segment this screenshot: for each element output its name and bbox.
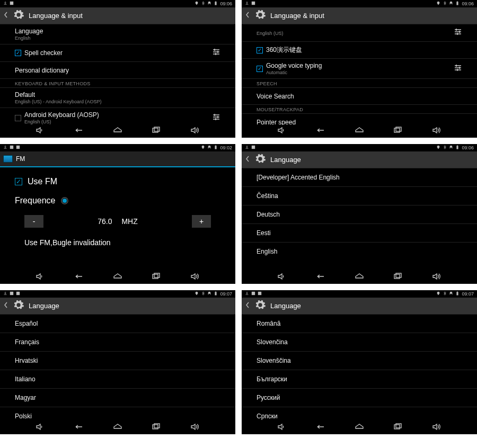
language-value: English [15,35,220,41]
back-icon[interactable] [245,155,250,164]
demo-keyboard-row[interactable]: 360演示键盘 [242,42,477,59]
battery-icon [455,291,460,297]
use-fm-row[interactable]: Use FM [15,177,220,186]
volume-up-icon[interactable] [190,127,200,136]
volume-down-icon[interactable] [35,127,46,136]
language-list: Español Français Hrvatski Italiano Magya… [0,315,235,422]
list-item[interactable]: Српски [242,407,477,422]
back-icon[interactable] [245,301,250,310]
back-nav-icon[interactable] [315,423,326,433]
demo-keyboard-checkbox[interactable] [257,47,263,53]
recent-nav-icon[interactable] [393,127,403,136]
pointer-speed-row[interactable]: Pointer speed [242,114,477,125]
spell-checker-row[interactable]: Spell checker [0,44,235,62]
use-fm-checkbox[interactable] [15,178,22,185]
back-icon[interactable] [3,301,8,310]
frequence-radio[interactable] [61,197,68,204]
language-row[interactable]: LanguageEnglish [0,24,235,44]
volume-down-icon[interactable] [277,423,287,433]
language-list: Română Slovenčina Slovenščina Български … [242,315,477,422]
sliders-icon[interactable] [454,64,462,74]
freq-plus-button[interactable]: + [192,215,211,228]
back-nav-icon[interactable] [315,127,326,136]
recent-nav-icon[interactable] [151,273,162,282]
list-item[interactable]: Hrvatski [0,352,235,370]
status-bar: 09:07 [0,290,235,298]
default-ime-label: Default [15,91,220,98]
list-item[interactable]: Italiano [0,370,235,389]
sliders-icon[interactable] [212,113,220,123]
voice-search-row[interactable]: Voice Search [242,88,477,105]
volume-up-icon[interactable] [431,423,442,433]
recent-nav-icon[interactable] [393,273,403,282]
freq-minus-button[interactable]: - [24,215,43,228]
home-nav-icon[interactable] [354,273,365,282]
list-item[interactable]: Deutsch [242,205,477,224]
volume-up-icon[interactable] [190,273,200,282]
svg-rect-5 [252,2,255,5]
list-item[interactable]: Eesti [242,224,477,243]
action-bar: Language & input [0,7,235,24]
list-item[interactable]: [Developer] Accented English [242,168,477,187]
back-icon[interactable] [245,11,250,20]
home-nav-icon[interactable] [112,127,123,136]
volume-down-icon[interactable] [277,127,287,136]
svg-rect-6 [457,2,458,5]
fm-action-bar: FM [0,151,235,167]
volume-down-icon[interactable] [277,273,287,282]
battery-icon [455,145,460,150]
list-item[interactable]: Русский [242,389,477,407]
volume-up-icon[interactable] [431,127,442,136]
volume-up-icon[interactable] [190,423,200,433]
spell-checker-label: Spell checker [24,49,63,57]
svg-rect-9 [396,127,401,131]
list-item[interactable]: Български [242,370,477,389]
list-item[interactable]: Čeština [242,187,477,205]
spell-checker-checkbox[interactable] [15,50,21,56]
battery-icon [455,1,460,6]
personal-dictionary-row[interactable]: Personal dictionary [0,62,235,79]
sliders-icon[interactable] [212,48,220,58]
gvt-checkbox[interactable] [257,66,263,72]
home-nav-icon[interactable] [112,273,123,282]
gvt-label: Google voice typing [266,62,322,69]
back-nav-icon[interactable] [74,273,84,282]
home-nav-icon[interactable] [112,423,123,433]
recent-nav-icon[interactable] [393,423,403,433]
home-nav-icon[interactable] [354,127,365,136]
list-item[interactable]: Slovenščina [242,352,477,370]
back-nav-icon[interactable] [315,273,326,282]
recent-nav-icon[interactable] [151,127,162,136]
panel-language-input-2: 09:06 Language & input English (US) 360演… [242,0,477,138]
volume-up-icon[interactable] [431,273,442,282]
ime-enus-row[interactable]: English (US) [242,24,477,42]
list-item[interactable]: Slovenčina [242,333,477,352]
recent-nav-icon[interactable] [151,423,162,433]
sliders-icon[interactable] [454,28,462,38]
download-icon [245,145,249,150]
back-nav-icon[interactable] [74,127,84,136]
volume-down-icon[interactable] [35,273,46,282]
back-nav-icon[interactable] [74,423,84,433]
list-item[interactable]: Polski [0,407,235,422]
location-icon [195,291,199,297]
square-icon [10,291,14,297]
list-item[interactable]: Română [242,315,477,333]
home-nav-icon[interactable] [354,423,365,433]
google-voice-typing-row[interactable]: Google voice typingAutomatic [242,59,477,79]
page-title: Language [270,302,301,310]
square-icon [16,291,20,297]
back-icon[interactable] [3,11,8,20]
list-item[interactable]: Magyar [0,389,235,407]
volume-down-icon[interactable] [35,423,46,433]
square-icon [10,145,14,150]
list-item[interactable]: Français [0,333,235,352]
default-ime-row[interactable]: DefaultEnglish (US) - Android Keyboard (… [0,88,235,108]
demo-keyboard-label: 360演示键盘 [266,46,302,55]
aosp-checkbox [15,115,21,121]
list-item[interactable]: Español [0,315,235,333]
aosp-keyboard-row[interactable]: Android Keyboard (AOSP)English (US) [0,108,235,125]
pointer-speed-label: Pointer speed [257,119,462,125]
list-item[interactable]: English [242,243,477,261]
status-bar: 09:06 [242,0,477,7]
